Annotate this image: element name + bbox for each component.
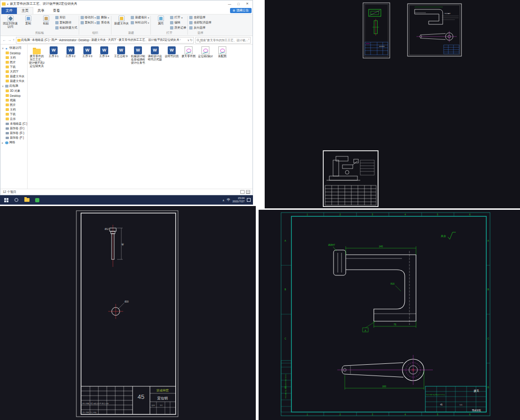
- back-button[interactable]: ←: [2, 38, 6, 42]
- sidebar-item[interactable]: 新建文件夹: [0, 74, 27, 79]
- pin-to-quick-access-button[interactable]: 固定到快速访问: [2, 15, 19, 29]
- network-header[interactable]: ▸ 网络: [0, 140, 27, 145]
- select-none-button[interactable]: 全部取消选择: [189, 20, 211, 25]
- breadcrumb-segment[interactable]: 拨叉零件的加工工艺、设计铣平面2定位销夹具›: [119, 38, 181, 42]
- breadcrumb-segment[interactable]: Administrator›: [59, 38, 78, 42]
- breadcrumb[interactable]: 此电脑›本地磁盘 (C:)›用户›Administrator›Desktop›新…: [16, 37, 194, 44]
- sidebar-item[interactable]: 新建文件夹: [0, 79, 27, 83]
- up-button[interactable]: ↑: [13, 38, 15, 42]
- chevron-expanded-icon[interactable]: ∨: [2, 47, 4, 50]
- taskbar-clock[interactable]: 15:04 2021/7/27: [232, 197, 245, 203]
- dimension-circle: Ø20: [125, 301, 129, 303]
- sidebar-item[interactable]: 本地磁盘 (C:): [0, 121, 27, 126]
- edit-button[interactable]: 编辑: [170, 20, 186, 25]
- taskbar: ∧ 中 15:04 2021/7/27: [0, 195, 253, 205]
- tab-file[interactable]: 文件: [1, 7, 17, 14]
- easy-access-button[interactable]: 轻松访问▾: [131, 20, 149, 25]
- copy-to-button[interactable]: 复制到▾: [81, 20, 96, 25]
- svg-text:B: B: [487, 288, 489, 291]
- move-to-button[interactable]: 移动到▾: [81, 15, 96, 20]
- sidebar-item[interactable]: 文档: [0, 107, 27, 112]
- quick-access-toolbar-chevron-icon[interactable]: ▾: [7, 2, 8, 6]
- start-button[interactable]: [1, 195, 11, 205]
- cut-button[interactable]: 剪切: [55, 15, 77, 20]
- breadcrumb-segment[interactable]: 此电脑›: [21, 38, 32, 42]
- file-item[interactable]: 说明书封面: [163, 46, 180, 68]
- file-item[interactable]: 拨叉零件图: [180, 46, 197, 68]
- tab-share[interactable]: 共享: [33, 7, 49, 14]
- breadcrumb-segment[interactable]: Desktop›: [78, 38, 91, 42]
- copy-path-button[interactable]: 复制路径: [55, 20, 77, 25]
- this-pc-header[interactable]: ∨ 此电脑: [0, 83, 27, 88]
- file-item[interactable]: 机械设计制造基础课程设计任务书: [130, 46, 146, 68]
- address-dropdown-icon[interactable]: ∨: [187, 38, 190, 42]
- sidebar-item[interactable]: 大四下: [0, 69, 27, 74]
- quick-access-header[interactable]: ∨ 快速访问: [0, 45, 27, 51]
- action-center-icon[interactable]: [247, 198, 251, 202]
- file-item[interactable]: 课程设计说明书正式版: [147, 46, 163, 68]
- thumbnail-view-icon[interactable]: [246, 190, 250, 194]
- sidebar-item[interactable]: Desktop: [0, 93, 27, 98]
- ime-indicator[interactable]: 中: [227, 198, 230, 202]
- sidebar-item[interactable]: 文档: [0, 55, 27, 60]
- search-box[interactable]: [195, 37, 251, 44]
- breadcrumb-segment[interactable]: 用户›: [52, 38, 59, 42]
- breadcrumb-segment[interactable]: 大四下›: [108, 38, 119, 42]
- margin-note: 标记 处数 分区 更改文件号 签名 年月日: [285, 374, 287, 399]
- forward-button[interactable]: →: [7, 38, 11, 42]
- sidebar-item[interactable]: 新加卷 (D:): [0, 126, 27, 131]
- file-item[interactable]: 装配图: [214, 46, 230, 68]
- delete-button[interactable]: 删除▾: [97, 15, 110, 20]
- sidebar-item[interactable]: 新加卷 (E:): [0, 131, 27, 135]
- details-view-icon[interactable]: [240, 190, 245, 194]
- sidebar-item[interactable]: 音乐: [0, 117, 27, 121]
- file-item[interactable]: 工艺过程卡: [113, 46, 129, 68]
- green-app-shortcut[interactable]: [32, 195, 42, 205]
- file-item[interactable]: 拨叉零件的加工工艺、设计铣平面2定位销夹具: [29, 46, 45, 68]
- sidebar-item[interactable]: 图片: [0, 60, 27, 65]
- breadcrumb-segment[interactable]: 本地磁盘 (C:)›: [32, 38, 52, 42]
- paste-button[interactable]: 粘贴: [37, 15, 54, 25]
- search-input[interactable]: [200, 38, 249, 42]
- rename-button[interactable]: 重命名: [97, 20, 110, 25]
- tab-view[interactable]: 查看: [49, 7, 64, 14]
- dim-length: 160: [382, 385, 386, 388]
- tab-home[interactable]: 主页: [17, 7, 33, 14]
- copy-button[interactable]: 复制: [20, 15, 37, 25]
- file-explorer-shortcut[interactable]: [22, 195, 32, 205]
- paste-shortcut-button[interactable]: 粘贴快捷方式: [55, 25, 77, 30]
- breadcrumb-segment[interactable]: 新建文件夹›: [91, 38, 108, 42]
- tray-chevron-icon[interactable]: ∧: [223, 199, 224, 202]
- minimize-button[interactable]: —: [226, 2, 233, 6]
- file-item[interactable]: 工序卡3: [79, 46, 96, 68]
- sidebar-item[interactable]: 图片: [0, 103, 27, 107]
- refresh-icon[interactable]: ↻: [190, 38, 193, 42]
- sidebar-item[interactable]: Desktop: [0, 51, 27, 55]
- open-button[interactable]: 打开▾: [170, 15, 186, 20]
- invert-selection-button[interactable]: 反向选择: [189, 25, 211, 30]
- new-folder-button[interactable]: 新建文件夹: [113, 15, 130, 25]
- hide-announcement-button[interactable]: 隐藏公告: [230, 8, 252, 13]
- properties-button[interactable]: 属性: [152, 15, 169, 25]
- group-label-clipboard: 剪贴板: [2, 30, 77, 36]
- sidebar-item[interactable]: 视频: [0, 98, 27, 103]
- sidebar-item[interactable]: 3D 对象: [0, 88, 27, 93]
- quick-access-list: Desktop 文档 图片: [0, 51, 27, 83]
- chevron-collapsed-icon[interactable]: ▸: [2, 141, 4, 144]
- sidebar-item[interactable]: 下载: [0, 112, 27, 117]
- sidebar-item[interactable]: 新加卷 (F:): [0, 135, 27, 140]
- maximize-button[interactable]: □: [235, 2, 242, 6]
- school-text: 荣成学院: [472, 409, 481, 412]
- history-button[interactable]: 历史记录: [170, 25, 186, 30]
- search-button[interactable]: [11, 195, 22, 205]
- select-all-button[interactable]: 全部选择: [189, 15, 211, 20]
- file-item[interactable]: 工序卡2: [62, 46, 79, 68]
- sidebar-item[interactable]: 下载: [0, 65, 27, 69]
- file-item[interactable]: 工序卡1: [45, 46, 62, 68]
- button-label: 复制到: [85, 21, 94, 25]
- close-button[interactable]: ✕: [244, 2, 251, 6]
- file-item[interactable]: 工序卡4: [96, 46, 112, 68]
- new-item-button[interactable]: 新建项目▾: [131, 15, 149, 20]
- chevron-expanded-icon[interactable]: ∨: [2, 85, 4, 88]
- file-item[interactable]: 定位销(轴)2: [197, 46, 214, 68]
